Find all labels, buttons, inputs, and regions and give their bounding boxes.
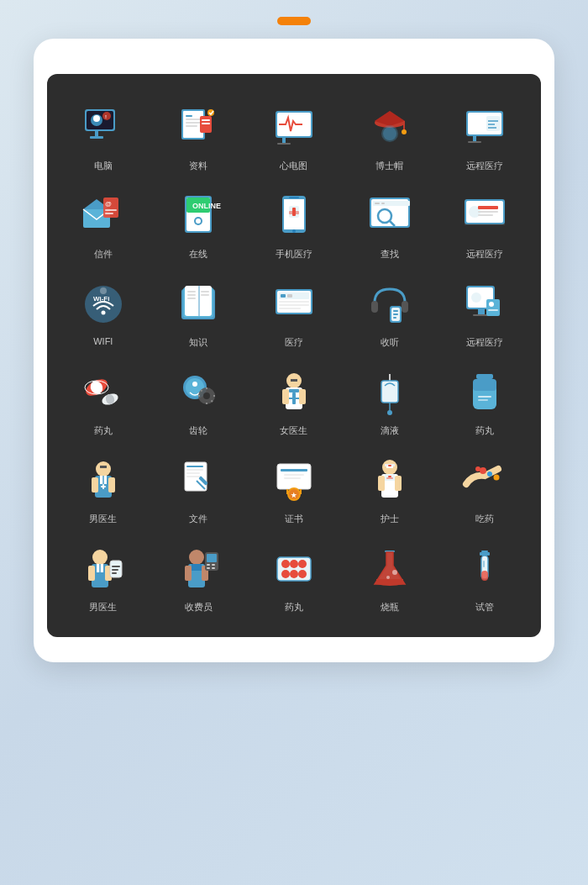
icon-cell-wifi: Wi-Fi WIFI xyxy=(55,267,151,356)
svg-rect-120 xyxy=(381,381,398,403)
icon-cell-nurse: 护士 xyxy=(342,444,438,532)
icon-cell-mobile-medical: 手机医疗 xyxy=(246,179,342,267)
svg-rect-86 xyxy=(279,308,301,309)
wifi-icon: Wi-Fi xyxy=(76,277,130,331)
svg-rect-84 xyxy=(279,301,309,303)
icon-cell-pills: 药丸 xyxy=(55,356,151,444)
knowledge-icon xyxy=(171,277,225,331)
icon-cell-graduation: 博士帽 xyxy=(342,91,438,179)
svg-point-162 xyxy=(487,471,492,477)
svg-rect-132 xyxy=(92,477,98,493)
nurse-label: 护士 xyxy=(381,513,399,525)
online-label: 在线 xyxy=(189,248,207,261)
svg-rect-33 xyxy=(486,116,500,131)
graduation-label: 博士帽 xyxy=(375,160,403,172)
icon-grid: ! 电脑 资料 心电图 博士帽 xyxy=(55,91,533,620)
svg-rect-20 xyxy=(282,138,286,143)
female-doctor-label: 女医生 xyxy=(280,424,307,437)
male-doctor2-icon xyxy=(76,542,130,596)
svg-point-96 xyxy=(471,292,481,303)
certificate-icon: ★ xyxy=(267,454,321,508)
ecg-label: 心电图 xyxy=(280,160,307,172)
svg-rect-156 xyxy=(378,476,385,491)
svg-rect-38 xyxy=(105,213,113,214)
svg-point-3 xyxy=(93,115,100,122)
wifi-label: WIFI xyxy=(93,336,113,346)
svg-point-44 xyxy=(196,219,201,224)
svg-rect-119 xyxy=(291,379,297,382)
svg-rect-144 xyxy=(277,464,311,489)
svg-rect-91 xyxy=(393,310,398,312)
telemedicine2-label: 远程医疗 xyxy=(466,248,503,261)
icon-cell-computer: ! 电脑 xyxy=(55,91,151,179)
letter-icon: @ xyxy=(76,189,130,243)
medical-icon xyxy=(267,277,321,331)
icon-cell-search: 查找 xyxy=(342,179,438,267)
mobile-medical-icon xyxy=(267,189,321,243)
svg-rect-12 xyxy=(186,122,201,124)
svg-point-109 xyxy=(192,382,197,387)
svg-rect-77 xyxy=(201,291,209,292)
icon-cell-medical: 医疗 xyxy=(246,267,342,356)
icon-cell-certificate: ★ 证书 xyxy=(246,444,342,532)
online-icon: ONLINE xyxy=(171,189,225,243)
svg-rect-78 xyxy=(201,294,209,296)
icon-cell-cashier: 收费员 xyxy=(151,532,247,620)
telemedicine2-icon xyxy=(458,189,512,243)
document-icon xyxy=(171,101,225,155)
svg-point-192 xyxy=(298,570,307,578)
svg-rect-138 xyxy=(186,466,203,467)
svg-point-111 xyxy=(203,392,210,399)
medicine-bottle-icon xyxy=(458,366,512,419)
card: ! 电脑 资料 心电图 博士帽 xyxy=(34,39,554,662)
svg-rect-63 xyxy=(478,211,498,213)
svg-rect-199 xyxy=(481,571,488,581)
pill-pack-icon xyxy=(267,542,321,596)
svg-rect-99 xyxy=(486,299,500,316)
svg-rect-13 xyxy=(186,125,197,127)
icon-cell-document: 资料 xyxy=(151,91,247,179)
flask-icon xyxy=(363,542,417,596)
svg-rect-11 xyxy=(186,119,201,120)
svg-rect-173 xyxy=(112,569,118,571)
svg-rect-139 xyxy=(186,469,203,471)
icon-cell-male-doctor: 男医生 xyxy=(55,444,151,532)
icon-cell-telemedicine3: 远程医疗 xyxy=(437,267,533,356)
svg-rect-141 xyxy=(186,476,202,477)
svg-rect-16 xyxy=(202,123,210,124)
document-label: 资料 xyxy=(189,160,207,172)
icon-grid-container: ! 电脑 资料 心电图 博士帽 xyxy=(47,74,541,637)
gearhead-icon xyxy=(171,366,225,419)
take-medicine-icon xyxy=(458,454,512,508)
pills-label: 药丸 xyxy=(94,424,113,437)
svg-rect-147 xyxy=(284,477,301,479)
svg-rect-5 xyxy=(90,136,103,139)
drip-label: 滴液 xyxy=(381,424,399,437)
icon-cell-ecg: 心电图 xyxy=(246,91,342,179)
test-tube-icon xyxy=(458,542,512,596)
icon-cell-drip: 滴液 xyxy=(342,356,438,444)
svg-rect-133 xyxy=(108,477,115,493)
svg-rect-154 xyxy=(388,476,391,477)
svg-rect-51 xyxy=(289,211,299,214)
svg-rect-97 xyxy=(478,309,485,314)
icon-cell-knowledge: 知识 xyxy=(151,267,247,356)
svg-rect-182 xyxy=(207,564,210,566)
icon-cell-telemedicine1: 远程医疗 xyxy=(437,91,533,179)
svg-rect-88 xyxy=(402,301,408,313)
svg-rect-82 xyxy=(281,294,286,298)
svg-rect-87 xyxy=(371,301,378,313)
medicine-bottle-label: 药丸 xyxy=(475,424,494,437)
svg-point-188 xyxy=(290,560,298,568)
svg-point-187 xyxy=(281,560,290,568)
svg-point-26 xyxy=(402,129,407,134)
svg-rect-101 xyxy=(488,309,498,311)
svg-rect-114 xyxy=(289,389,299,392)
svg-rect-93 xyxy=(393,317,396,319)
search-icon xyxy=(363,189,417,243)
icon-cell-test-tube: 试管 xyxy=(437,532,533,620)
svg-rect-200 xyxy=(483,561,485,567)
svg-rect-145 xyxy=(281,469,307,471)
svg-rect-118 xyxy=(299,389,306,404)
ecg-icon xyxy=(267,101,321,155)
